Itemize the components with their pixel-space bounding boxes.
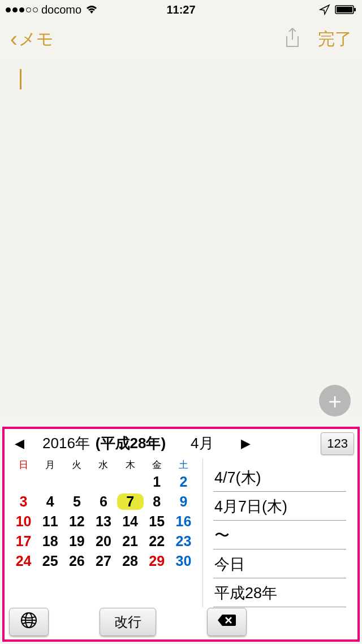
day-cell[interactable]: 5: [63, 493, 90, 510]
calendar-grid: 日月火水木金土 12345678910111213141516171819202…: [5, 458, 202, 607]
weekday-label: 水: [90, 458, 117, 471]
weekday-label: 金: [144, 458, 170, 471]
carrier-label: docomo: [41, 3, 81, 16]
wifi-icon: [85, 5, 98, 15]
add-attachment-button[interactable]: ＋: [319, 385, 351, 417]
day-cell[interactable]: 20: [90, 533, 117, 549]
day-cell[interactable]: 12: [63, 513, 90, 530]
day-cell[interactable]: 10: [10, 513, 37, 530]
status-right: [319, 4, 356, 15]
status-bar: docomo 11:27: [0, 0, 362, 19]
day-cell[interactable]: 1: [144, 474, 170, 490]
suggestion-item[interactable]: 〜: [213, 521, 346, 549]
suggestion-item[interactable]: 平成28年: [213, 578, 346, 607]
day-cell[interactable]: 18: [37, 533, 63, 549]
day-cell[interactable]: 9: [170, 493, 197, 510]
status-left: docomo: [6, 3, 98, 16]
day-cell[interactable]: 30: [170, 553, 197, 569]
day-cell[interactable]: 27: [90, 553, 117, 569]
day-cell[interactable]: 6: [90, 493, 117, 510]
suggestion-item[interactable]: 4/7(木): [213, 463, 346, 492]
day-cell[interactable]: 3: [10, 493, 37, 510]
chevron-left-icon: ‹: [10, 28, 18, 50]
day-cell[interactable]: 29: [144, 553, 170, 569]
backspace-icon: [217, 613, 237, 632]
next-month-button[interactable]: ▶: [239, 436, 253, 451]
day-cell[interactable]: 4: [37, 493, 63, 510]
day-cell[interactable]: 22: [144, 533, 170, 549]
plus-icon: ＋: [324, 387, 346, 415]
weekday-label: 土: [170, 458, 197, 471]
day-cell[interactable]: 13: [90, 513, 117, 530]
year-label[interactable]: 2016年: [42, 433, 90, 453]
back-label: メモ: [19, 28, 54, 51]
backspace-key[interactable]: [207, 608, 247, 636]
suggestion-item[interactable]: 4月7日(木): [213, 492, 346, 521]
text-cursor: [20, 69, 21, 89]
calendar-header: ◀ 2016年 (平成28年) 4月 ▶ 123: [5, 429, 357, 458]
day-cell[interactable]: 25: [37, 553, 63, 569]
done-button[interactable]: 完了: [318, 28, 352, 51]
weekday-row: 日月火水木金土: [10, 458, 197, 471]
day-cell[interactable]: 24: [10, 553, 37, 569]
day-cell[interactable]: 23: [170, 533, 197, 549]
nav-bar: ‹ メモ 完了: [0, 19, 362, 59]
weekday-label: 日: [10, 458, 37, 471]
era-label: (平成28年): [96, 433, 166, 453]
numeric-key-button[interactable]: 123: [321, 432, 354, 455]
day-cell[interactable]: 26: [63, 553, 90, 569]
weekday-label: 月: [37, 458, 63, 471]
day-cell[interactable]: 17: [10, 533, 37, 549]
battery-icon: [335, 5, 356, 15]
suggestion-list: 4/7(木)4月7日(木)〜今日平成28年: [202, 458, 357, 607]
calendar-keyboard: ◀ 2016年 (平成28年) 4月 ▶ 123 日月火水木金土 1234567…: [2, 427, 360, 642]
day-cell[interactable]: 19: [63, 533, 90, 549]
days-grid: 1234567891011121314151617181920212223242…: [10, 474, 197, 569]
share-button[interactable]: [284, 27, 301, 51]
day-cell[interactable]: 21: [117, 533, 144, 549]
clock: 11:27: [166, 3, 195, 16]
globe-icon: [20, 611, 38, 633]
day-cell[interactable]: 28: [117, 553, 144, 569]
prev-month-button[interactable]: ◀: [12, 436, 27, 451]
weekday-label: 火: [63, 458, 90, 471]
day-cell[interactable]: 15: [144, 513, 170, 530]
location-icon: [319, 4, 330, 15]
day-cell[interactable]: 11: [37, 513, 63, 530]
note-editor[interactable]: [0, 59, 362, 413]
day-cell[interactable]: 16: [170, 513, 197, 530]
bottom-key-row: 改行: [5, 607, 357, 640]
globe-key[interactable]: [9, 608, 49, 636]
weekday-label: 木: [117, 458, 144, 471]
svg-rect-2: [354, 8, 356, 11]
return-key[interactable]: 改行: [100, 608, 156, 636]
suggestion-item[interactable]: 今日: [213, 549, 346, 578]
month-label[interactable]: 4月: [191, 433, 213, 453]
svg-rect-1: [337, 7, 352, 12]
signal-strength-icon: [6, 7, 38, 12]
day-cell[interactable]: 2: [170, 474, 197, 490]
back-button[interactable]: ‹ メモ: [10, 28, 54, 51]
day-cell[interactable]: 7: [117, 493, 144, 510]
day-cell[interactable]: 14: [117, 513, 144, 530]
day-cell[interactable]: 8: [144, 493, 170, 510]
